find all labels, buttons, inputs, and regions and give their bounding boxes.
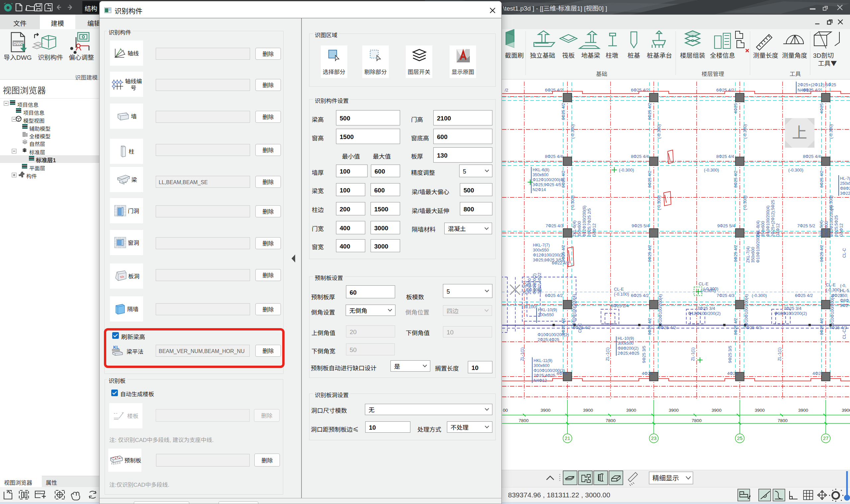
svg-text:6Φ25 2/4: 6Φ25 2/4 xyxy=(611,302,629,309)
svg-text:独立基础: 独立基础 xyxy=(530,50,555,59)
svg-text:8Φ25 4/4: 8Φ25 4/4 xyxy=(631,153,649,159)
svg-text:6Φ25 4/2: 6Φ25 4/2 xyxy=(545,87,563,93)
svg-text:测量角度: 测量角度 xyxy=(782,50,807,59)
svg-text:3900: 3900 xyxy=(583,407,593,413)
svg-text:ZL-1(1): ZL-1(1) xyxy=(776,347,782,361)
svg-text:ZL-1(1): ZL-1(1) xyxy=(519,347,525,361)
svg-text:(-0.300): (-0.300) xyxy=(569,195,575,210)
svg-text:(-0.300): (-0.300) xyxy=(656,195,662,210)
svg-text:(-0.300): (-0.300) xyxy=(826,286,841,293)
svg-text:DWG: DWG xyxy=(14,41,24,46)
svg-text:3900: 3900 xyxy=(540,407,551,413)
svg-text:(-0.300): (-0.300) xyxy=(828,124,834,139)
svg-text:839374.96 , 181311.22 , 3000.0: 839374.96 , 181311.22 , 3000.00 xyxy=(508,489,610,499)
svg-text:Φ10Φ100/200(4): Φ10Φ100/200(4) xyxy=(754,232,761,263)
svg-text:桩基承台: 桩基承台 xyxy=(647,50,672,59)
svg-text:3900: 3900 xyxy=(798,407,808,413)
svg-text:(-0.300): (-0.300) xyxy=(703,285,718,292)
svg-text:3900: 3900 xyxy=(842,407,850,413)
svg-text:截面刷: 截面刷 xyxy=(505,50,524,59)
svg-text:4Φ25: 4Φ25 xyxy=(642,370,653,376)
svg-text:上: 上 xyxy=(792,121,807,142)
svg-text:6Φ25 4/2: 6Φ25 4/2 xyxy=(646,318,653,335)
svg-text:(-0.100): (-0.100) xyxy=(522,303,537,310)
svg-text:N4Φ12: N4Φ12 xyxy=(534,377,547,383)
svg-text:基础: 基础 xyxy=(596,69,607,78)
svg-text:7Φ25 5/2: 7Φ25 5/2 xyxy=(797,222,815,229)
svg-text:6Φ25 4/2: 6Φ25 4/2 xyxy=(732,318,739,335)
svg-text:Φ10Φ100/200(4): Φ10Φ100/200(4) xyxy=(657,294,663,325)
svg-text:Φ10Φ100/200(4): Φ10Φ100/200(4) xyxy=(829,294,835,325)
svg-text:6Φ25 4/2: 6Φ25 4/2 xyxy=(631,292,649,298)
svg-text:3900: 3900 xyxy=(669,407,679,413)
svg-text:Φ10Φ100/200(4): Φ10Φ100/200(4) xyxy=(570,294,577,325)
svg-text:ZL-1(1): ZL-1(1) xyxy=(689,347,696,361)
svg-text:工具: 工具 xyxy=(790,69,801,78)
svg-text:(-0.300): (-0.300) xyxy=(569,124,575,139)
svg-text:6Φ25 4/2: 6Φ25 4/2 xyxy=(560,170,566,188)
svg-text:25: 25 xyxy=(737,434,743,441)
svg-text:21: 21 xyxy=(565,434,570,441)
svg-text:300x550: 300x550 xyxy=(538,311,554,318)
svg-text:(-0.300): (-0.300) xyxy=(742,195,748,210)
svg-text:3900: 3900 xyxy=(626,407,636,413)
svg-text:9Φ25 3/5: 9Φ25 3/5 xyxy=(727,346,733,363)
svg-text:地基梁: 地基梁 xyxy=(581,50,600,59)
svg-text:6Φ22 4/2: 6Φ22 4/2 xyxy=(552,259,569,266)
svg-text:7800: 7800 xyxy=(778,417,787,424)
svg-text:全楼信息: 全楼信息 xyxy=(710,50,735,59)
svg-text:27: 27 xyxy=(823,434,829,441)
svg-text:8Φ25 4/4: 8Φ25 4/4 xyxy=(716,153,734,159)
svg-text:6Φ25 4/2: 6Φ25 4/2 xyxy=(732,170,739,188)
svg-text:CL-C: CL-C xyxy=(841,248,847,258)
svg-text:6Φ25 4/2: 6Φ25 4/2 xyxy=(818,318,825,335)
svg-text:6Φ25 4/2: 6Φ25 4/2 xyxy=(646,170,653,188)
svg-text:4Φ25: 4Φ25 xyxy=(813,370,823,376)
svg-text:6Φ25 4/2: 6Φ25 4/2 xyxy=(545,292,563,298)
svg-text:(-0.300): (-0.300) xyxy=(788,166,803,173)
svg-text:6Φ25 4/2: 6Φ25 4/2 xyxy=(560,318,566,335)
svg-text:6Φ25 4/2: 6Φ25 4/2 xyxy=(631,87,649,93)
svg-text:Φ10Φ100/200(4): Φ10Φ100/200(4) xyxy=(743,294,749,325)
svg-text:G4Φ12: G4Φ12 xyxy=(838,223,844,237)
svg-text:(-0.300): (-0.300) xyxy=(619,166,634,173)
svg-text:(-0.300): (-0.300) xyxy=(704,166,719,173)
svg-text:6Φ25 4/2: 6Φ25 4/2 xyxy=(732,245,739,262)
svg-text:3Φ2: 3Φ2 xyxy=(840,302,848,308)
svg-text:8Φ25 4/4: 8Φ25 4/4 xyxy=(803,153,821,159)
svg-text:2Φ22;4Φ22: 2Φ22;4Φ22 xyxy=(536,273,542,294)
svg-text:N4Φ12: N4Φ12 xyxy=(798,87,812,93)
svg-text:精细显示: 精细显示 xyxy=(653,473,679,482)
svg-text:工具▼: 工具▼ xyxy=(818,58,837,67)
svg-text:/2: /2 xyxy=(505,87,508,93)
svg-text:6Φ25 4/2: 6Φ25 4/2 xyxy=(818,245,825,262)
svg-text:8Φ25 4/4: 8Φ25 4/4 xyxy=(545,153,563,159)
svg-text:ZL-1(1): ZL-1(1) xyxy=(604,347,610,361)
svg-text:CL-C: CL-C xyxy=(841,329,847,339)
svg-text:9Φ25 5/4: 9Φ25 5/4 xyxy=(631,222,649,229)
svg-text:7Φ25 4/3: 7Φ25 4/3 xyxy=(545,222,563,229)
svg-text:楼层管理: 楼层管理 xyxy=(701,69,724,78)
svg-text:Φ12Φ100/200(2): Φ12Φ100/200(2) xyxy=(688,310,721,316)
svg-text:(-0.300): (-0.300) xyxy=(656,124,662,139)
svg-text:7800: 7800 xyxy=(692,417,701,424)
svg-text:CL-C: CL-C xyxy=(576,323,583,333)
svg-text:测量长度: 测量长度 xyxy=(753,50,778,59)
svg-text:6Φ25 4/2: 6Φ25 4/2 xyxy=(716,87,734,93)
svg-text:4Φ25: 4Φ25 xyxy=(732,103,739,113)
svg-text:00: 00 xyxy=(503,407,508,413)
svg-text:9Φ25 5/4: 9Φ25 5/4 xyxy=(717,222,735,229)
svg-text:楼层组装: 楼层组装 xyxy=(680,50,705,59)
svg-text:(-0.300): (-0.300) xyxy=(742,124,748,139)
svg-text:桩基: 桩基 xyxy=(627,50,640,59)
svg-text:6Φ25 4/2: 6Φ25 4/2 xyxy=(795,292,813,298)
svg-text:3900: 3900 xyxy=(755,407,765,413)
svg-text:N2Φ14: N2Φ14 xyxy=(533,186,546,193)
svg-text:4Φ25: 4Φ25 xyxy=(818,103,825,113)
svg-text:4Φ25: 4Φ25 xyxy=(727,370,738,376)
svg-text:3D剖切: 3D剖切 xyxy=(813,50,834,59)
svg-text:(-0.300): (-0.300) xyxy=(752,292,767,298)
svg-text:6Φ25 4/2: 6Φ25 4/2 xyxy=(646,103,653,120)
svg-text:23: 23 xyxy=(651,434,657,441)
svg-text:Φ12Φ100/200(2): Φ12Φ100/200(2) xyxy=(774,310,807,316)
